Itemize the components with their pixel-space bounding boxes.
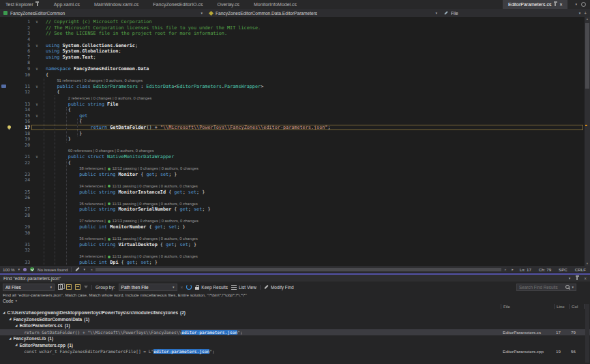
- window-position-chevron-icon[interactable]: ▾: [569, 277, 571, 280]
- code-line[interactable]: 16{: [0, 119, 585, 125]
- keep-results-button[interactable]: Keep Results: [195, 285, 228, 290]
- codelens-row[interactable]: 2 references | 0 changes | 0 authors, 0 …: [0, 95, 585, 102]
- chevron-down-icon[interactable]: ▾: [83, 268, 85, 271]
- tree-expand-icon[interactable]: ◢: [3, 312, 5, 315]
- fold-chevron-icon[interactable]: ∨: [32, 114, 42, 118]
- scroll-right-icon[interactable]: ▸: [505, 267, 506, 272]
- code-line[interactable]: 5∨using System.Collections.Generic;: [0, 42, 585, 48]
- code-line[interactable]: 3// See the LICENSE file in the project …: [0, 31, 585, 37]
- pin-icon[interactable]: [576, 277, 578, 280]
- code-line[interactable]: 23public string Monitor { get; set; }: [0, 171, 585, 177]
- search-find-results-box[interactable]: ▾: [516, 284, 576, 291]
- code-filter-dropdown[interactable]: Code ▾: [3, 298, 17, 304]
- tab-overlay[interactable]: Overlay.cs: [211, 0, 245, 9]
- chevron-down-icon[interactable]: ▾: [579, 12, 581, 15]
- lightbulb-icon[interactable]: [8, 125, 11, 129]
- find-result-row[interactable]: const wchar_t FancyZonesEditorParameters…: [0, 348, 590, 355]
- code-line[interactable]: 22{: [0, 160, 585, 166]
- gear-icon[interactable]: [581, 2, 586, 7]
- code-line[interactable]: 19}: [0, 136, 585, 142]
- code-line[interactable]: 20: [0, 142, 585, 148]
- codelens-row[interactable]: 35 references | 11/11 passing | 0 change…: [0, 200, 585, 207]
- code-line[interactable]: 33public int Dpi { get; set; }: [0, 259, 585, 265]
- column-header-line[interactable]: Line: [554, 304, 569, 309]
- editor-vertical-scrollbar[interactable]: ▴ ▾: [585, 17, 590, 266]
- tab-app-xaml[interactable]: App.xaml.cs: [48, 0, 85, 9]
- scope-dropdown[interactable]: All Files ▾: [3, 284, 55, 291]
- scroll-left-icon[interactable]: ◂: [91, 267, 92, 272]
- tab-fancyzoneseditorio[interactable]: FancyZonesEditorIO.cs: [147, 0, 208, 9]
- pin-icon[interactable]: [37, 3, 38, 6]
- tab-monitorinfomodel[interactable]: MonitorInfoModel.cs: [248, 0, 302, 9]
- group-by-dropdown[interactable]: Path then File ▾: [119, 284, 177, 291]
- code-line[interactable]: 9∨namespace FancyZonesEditorCommon.Data: [0, 66, 585, 72]
- code-line[interactable]: 8: [0, 60, 585, 66]
- fold-chevron-icon[interactable]: ∨: [32, 85, 42, 89]
- find-result-row[interactable]: return GetDataFolder() + "\\Microsoft\\P…: [0, 329, 590, 336]
- code-line[interactable]: 24: [0, 177, 585, 183]
- issues-status[interactable]: No issues found: [38, 267, 68, 272]
- zoom-chevron-down-icon[interactable]: ▾: [18, 268, 20, 271]
- refresh-icon[interactable]: [186, 284, 192, 290]
- search-icon[interactable]: [565, 285, 570, 289]
- column-header-col[interactable]: Col: [569, 304, 584, 309]
- fold-chevron-icon[interactable]: ∨: [32, 155, 42, 159]
- code-line[interactable]: 1∨// Copyright (c) Microsoft Corporation: [0, 19, 585, 25]
- codelens-row[interactable]: 36 references | 11/11 passing | 0 change…: [0, 236, 585, 242]
- codelens-row[interactable]: 37 references | 13/13 passing | 0 change…: [0, 218, 585, 224]
- code-line[interactable]: 25public string MonitorInstanceId { get;…: [0, 189, 585, 195]
- code-line[interactable]: 11∨public class EditorParameters : Edito…: [0, 84, 585, 90]
- zoom-level[interactable]: 100 %: [3, 267, 15, 272]
- scroll-up-icon[interactable]: ▴: [585, 17, 590, 21]
- code-line[interactable]: 12{: [0, 89, 585, 95]
- copy-icon[interactable]: [58, 284, 63, 290]
- collapse-all-icon[interactable]: [75, 284, 80, 290]
- code-line[interactable]: 10{: [0, 72, 585, 78]
- code-line[interactable]: 2// The Microsoft Corporation licenses t…: [0, 25, 585, 31]
- tree-expand-icon[interactable]: ◢: [9, 318, 11, 321]
- fold-chevron-icon[interactable]: ∨: [32, 20, 42, 24]
- editor-horizontal-scrollbar[interactable]: ◂ ▸: [90, 267, 507, 272]
- code-line[interactable]: 21∨public struct NativeMonitorDataWrappe…: [0, 154, 585, 160]
- column-header-file[interactable]: File: [501, 304, 554, 309]
- find-panel-titlebar[interactable]: Find "editor-parameters.json" ▾ ×: [0, 275, 590, 282]
- code-line[interactable]: 30: [0, 230, 585, 236]
- modify-find-button[interactable]: Modify Find: [264, 285, 294, 290]
- code-line[interactable]: 4: [0, 37, 585, 43]
- close-icon[interactable]: ×: [584, 276, 587, 281]
- document-health-icon[interactable]: [23, 268, 27, 271]
- code-line[interactable]: 26: [0, 195, 585, 201]
- tree-expand-icon[interactable]: ◢: [15, 324, 17, 328]
- tab-editorparameters-active[interactable]: EditorParameters.cs ×: [503, 0, 568, 9]
- split-editor-icon[interactable]: +: [584, 11, 587, 16]
- tab-list-chevron-down-icon[interactable]: ▾: [575, 3, 577, 6]
- type-dropdown[interactable]: FancyZonesEditorCommon.Data.EditorParame…: [206, 9, 441, 17]
- code-line[interactable]: 15∨get: [0, 113, 585, 119]
- find-result-row[interactable]: ◢EditorParameters.cs(1): [0, 322, 590, 329]
- find-result-row[interactable]: ◢EditorParameters.cpp(1): [0, 342, 590, 349]
- scrollbar-thumb[interactable]: [585, 23, 589, 89]
- code-line[interactable]: 28: [0, 213, 585, 219]
- codelens-row[interactable]: 34 references | 11/11 passing | 0 change…: [0, 254, 585, 260]
- find-result-row[interactable]: ◢C:\Users\zhaopengwang\Desktop\powertoys…: [0, 309, 590, 316]
- project-dropdown[interactable]: FancyZonesEditorCommon ▾: [0, 9, 206, 17]
- code-line[interactable]: 13∨public string File: [0, 101, 585, 107]
- tab-test-explorer[interactable]: Test Explorer: [0, 0, 45, 9]
- fold-chevron-icon[interactable]: ∨: [32, 44, 42, 48]
- code-line[interactable]: 17return GetDataFolder() + "\\Microsoft\…: [0, 125, 585, 131]
- chevron-down-icon[interactable]: ▾: [572, 286, 574, 289]
- search-input[interactable]: [519, 285, 565, 290]
- tab-mainwindow-xaml[interactable]: MainWindow.xaml.cs: [89, 0, 144, 9]
- code-line[interactable]: 14{: [0, 107, 585, 113]
- pencil-icon[interactable]: [76, 267, 80, 271]
- codelens-row[interactable]: 34 references | 11/11 passing | 0 change…: [0, 183, 585, 189]
- find-result-row[interactable]: ◢FancyZonesEditorCommon\Data(1): [0, 316, 590, 323]
- fold-chevron-icon[interactable]: ∨: [32, 102, 42, 106]
- find-result-row[interactable]: ◢FancyZonesLib(1): [0, 335, 590, 342]
- code-editor[interactable]: 1∨// Copyright (c) Microsoft Corporation…: [0, 17, 590, 266]
- codelens-row[interactable]: 60 references | 0 changes | 0 authors, 0…: [0, 148, 585, 154]
- code-line[interactable]: 18}: [0, 130, 585, 136]
- close-icon[interactable]: ×: [559, 2, 562, 7]
- code-line[interactable]: 29public int MonitorNumber { get; set; }: [0, 224, 585, 230]
- find-panel-scrollbar[interactable]: [585, 304, 589, 363]
